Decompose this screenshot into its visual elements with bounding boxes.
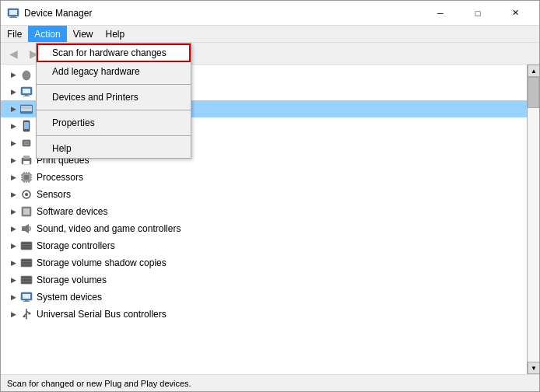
menu-properties[interactable]: Properties (37, 114, 191, 132)
svg-rect-54 (22, 262, 31, 264)
svg-rect-29 (24, 175, 29, 180)
window-controls: ─ □ ✕ (423, 5, 533, 21)
svg-rect-26 (23, 161, 30, 164)
expander-sensors[interactable]: ▶ (7, 188, 19, 201)
expander-system[interactable]: ▶ (7, 291, 19, 303)
menu-item-action[interactable]: Action (28, 26, 66, 42)
svg-rect-10 (23, 96, 30, 96)
tree-item-processors[interactable]: ▶ (1, 169, 527, 186)
icon-portable (19, 120, 33, 132)
status-bar: Scan for changed or new Plug and Play de… (1, 374, 539, 391)
device-manager-window: Device Manager ─ □ ✕ File Action View He… (0, 0, 540, 392)
icon-system (19, 291, 33, 303)
tree-item-usb[interactable]: ▶ Universal Serial Bus controllers (1, 306, 527, 323)
window-title: Device Manager (24, 8, 423, 19)
icon-storage (19, 240, 33, 252)
icon-processors (19, 171, 33, 184)
label-storage: Storage controllers (37, 240, 115, 251)
menu-item-view[interactable]: View (67, 26, 100, 42)
svg-rect-25 (23, 156, 30, 159)
svg-rect-57 (22, 277, 31, 278)
svg-rect-49 (22, 243, 31, 244)
svg-rect-17 (24, 122, 29, 129)
menu-separator-2 (37, 110, 191, 110)
svg-rect-51 (22, 247, 31, 249)
menu-item-file[interactable]: File (1, 26, 28, 42)
expander-software[interactable]: ▶ (7, 205, 19, 218)
minimize-button[interactable]: ─ (423, 5, 458, 21)
tree-item-storage-vol-shadow[interactable]: ▶ Storage volume shadow copies (1, 254, 527, 271)
scroll-track[interactable] (528, 77, 539, 362)
window-icon (7, 7, 19, 19)
svg-rect-45 (23, 208, 30, 215)
tree-item-system[interactable]: ▶ System devices (1, 289, 527, 306)
label-sensors: Sensors (37, 189, 71, 200)
icon-monitors (19, 86, 33, 98)
menu-devices-printers[interactable]: Devices and Printers (37, 88, 191, 107)
scroll-thumb[interactable] (528, 77, 539, 108)
svg-rect-63 (23, 301, 30, 302)
label-storage-vol-shadow: Storage volume shadow copies (37, 257, 167, 268)
expander-print[interactable]: ▶ (7, 154, 19, 166)
label-storage-vols: Storage volumes (37, 275, 107, 285)
expander-storage[interactable]: ▶ (7, 240, 19, 252)
icon-software (19, 205, 33, 218)
label-system: System devices (37, 292, 102, 303)
icon-network (19, 103, 33, 115)
back-button[interactable]: ◀ (4, 45, 23, 62)
label-usb: Universal Serial Bus controllers (37, 309, 167, 320)
svg-rect-68 (23, 316, 26, 317)
title-bar: Device Manager ─ □ ✕ (1, 1, 539, 26)
svg-rect-8 (23, 89, 30, 93)
menu-item-help[interactable]: Help (100, 26, 131, 42)
icon-usb (19, 308, 33, 320)
svg-rect-59 (22, 282, 31, 283)
scroll-up-button[interactable]: ▲ (528, 65, 539, 77)
svg-rect-58 (22, 279, 31, 281)
tree-item-sound[interactable]: ▶ Sound, video and game controllers (1, 220, 527, 237)
expander-portable[interactable]: ▶ (7, 120, 19, 132)
svg-rect-1 (9, 10, 17, 15)
menu-scan-hardware[interactable]: Scan for hardware changes (37, 44, 191, 62)
maximize-button[interactable]: □ (460, 5, 496, 21)
svg-rect-62 (25, 300, 28, 301)
svg-point-43 (25, 193, 28, 196)
vertical-scrollbar[interactable]: ▲ ▼ (527, 65, 539, 374)
svg-rect-27 (28, 159, 30, 160)
expander-storage-vol-shadow[interactable]: ▶ (7, 257, 19, 269)
svg-rect-50 (22, 245, 31, 247)
svg-rect-53 (22, 260, 31, 261)
expander-network[interactable]: ▶ (7, 103, 19, 115)
close-button[interactable]: ✕ (497, 5, 533, 21)
menu-separator-1 (37, 84, 191, 85)
menu-separator-3 (37, 135, 191, 136)
svg-point-66 (29, 313, 31, 315)
svg-rect-3 (9, 17, 17, 18)
expander-monitors[interactable]: ▶ (7, 86, 19, 98)
expander-sound[interactable]: ▶ (7, 222, 19, 235)
label-processors: Processors (37, 172, 83, 183)
svg-rect-61 (23, 294, 30, 299)
svg-rect-46 (22, 226, 25, 231)
tree-item-software[interactable]: ▶ Software devices (1, 203, 527, 220)
svg-rect-55 (22, 264, 31, 266)
tree-item-storage[interactable]: ▶ Storage controllers (1, 237, 527, 254)
icon-storage-vol-shadow (19, 257, 33, 269)
expander-ports[interactable]: ▶ (7, 137, 19, 149)
icon-print (19, 154, 33, 166)
icon-sound (19, 222, 33, 235)
svg-point-18 (26, 129, 27, 131)
menu-add-legacy[interactable]: Add legacy hardware (37, 62, 191, 81)
scroll-down-button[interactable]: ▼ (528, 362, 539, 374)
tree-item-storage-vols[interactable]: ▶ Storage volumes (1, 271, 527, 289)
svg-rect-9 (25, 95, 28, 96)
expander-processors[interactable]: ▶ (7, 171, 19, 184)
expander-mice[interactable]: ▶ (7, 68, 19, 81)
tree-item-sensors[interactable]: ▶ Sensors (1, 186, 527, 203)
icon-sensors (19, 188, 33, 201)
icon-mice (19, 68, 33, 81)
expander-storage-vols[interactable]: ▶ (7, 274, 19, 286)
label-software: Software devices (37, 206, 107, 217)
expander-usb[interactable]: ▶ (7, 308, 19, 320)
menu-help[interactable]: Help (37, 139, 191, 158)
